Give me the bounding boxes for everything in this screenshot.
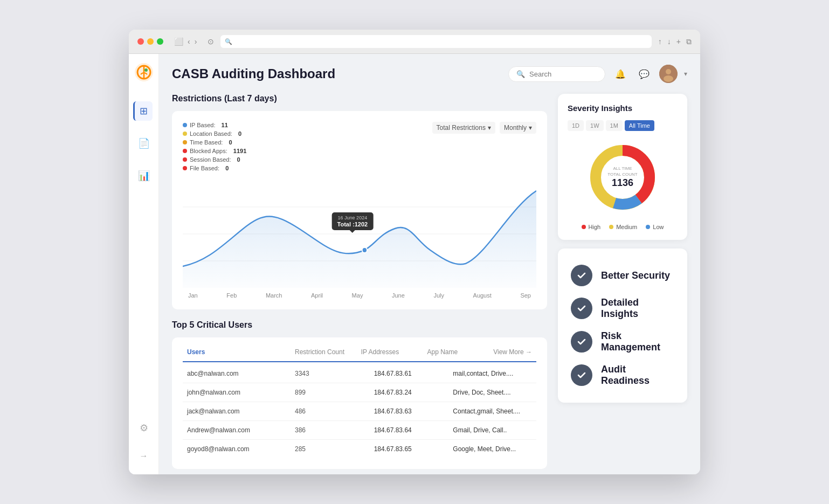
- legend-dot-location: [183, 132, 187, 136]
- x-label-july: July: [433, 292, 444, 299]
- sev-low: Low: [646, 224, 664, 230]
- download-icon[interactable]: ↓: [667, 37, 671, 46]
- close-button[interactable]: [137, 38, 144, 45]
- chart-legend: IP Based: 11 Location Based: 0: [183, 122, 246, 171]
- chart-x-labels: Jan Feb March April May June July August…: [183, 292, 536, 299]
- sev-dot-medium: [609, 225, 613, 229]
- cell-count-0: 3343: [295, 370, 374, 377]
- forward-icon[interactable]: ›: [195, 37, 197, 46]
- x-label-june: June: [392, 292, 405, 299]
- view-more-button[interactable]: View More →: [493, 348, 532, 356]
- tab-1w[interactable]: 1W: [586, 120, 604, 131]
- sidebar-item-analytics[interactable]: 📊: [134, 166, 154, 185]
- main-col: Restrictions (Last 7 days) IP Based: 11: [172, 94, 547, 469]
- sev-label-high: High: [589, 224, 601, 230]
- legend-blocked-label: Blocked Apps:: [190, 148, 231, 154]
- sev-dot-low: [646, 225, 650, 229]
- bell-icon: 🔔: [615, 69, 626, 79]
- minimize-button[interactable]: [147, 38, 154, 45]
- legend-location: Location Based: 0: [183, 130, 246, 137]
- tab-1d[interactable]: 1D: [568, 120, 584, 131]
- analytics-icon: 📊: [138, 170, 150, 182]
- search-input[interactable]: [529, 70, 597, 78]
- x-label-march: March: [266, 292, 282, 299]
- legend-file: File Based: 0: [183, 165, 246, 171]
- legend-dot-session: [183, 157, 187, 162]
- avatar[interactable]: [659, 65, 678, 83]
- monthly-dropdown-icon: ▾: [529, 124, 532, 132]
- reports-icon: 📄: [138, 137, 150, 149]
- cell-user-2: jack@nalwan.com: [187, 408, 295, 415]
- tooltip-value: Total :1202: [337, 221, 368, 227]
- table-row: john@nalwan.com 899 184.67.83.24 Drive, …: [183, 383, 536, 402]
- total-restrictions-control[interactable]: Total Restrictions ▾: [432, 122, 495, 134]
- x-label-august: August: [473, 292, 492, 299]
- cell-apps-3: Gmail, Drive, Call..: [453, 426, 532, 434]
- feature-label-audit: Audit Readiness: [601, 364, 674, 386]
- cell-ip-0: 184.67.83.61: [374, 370, 453, 377]
- browser-actions: ↑ ↓ + ⧉: [658, 37, 692, 46]
- sidebar-item-dashboard[interactable]: ⊞: [133, 101, 153, 121]
- cell-apps-1: Drive, Doc, Sheet....: [453, 389, 532, 396]
- logo[interactable]: [134, 63, 154, 84]
- dashboard-icon: ⊞: [140, 105, 148, 117]
- svg-point-5: [666, 69, 671, 74]
- feature-icon-security: [571, 265, 592, 286]
- cell-ip-4: 184.67.83.65: [374, 445, 453, 453]
- chart-area: 16 June 2024 Total :1202: [183, 180, 536, 288]
- table-header: Users Restriction Count IP Addresses App…: [183, 348, 536, 362]
- legend-session-value: 0: [237, 156, 240, 163]
- address-bar[interactable]: 🔍: [220, 35, 651, 48]
- x-label-sep: Sep: [520, 292, 531, 299]
- sidebar-bottom: ⚙ →: [134, 418, 154, 466]
- sev-label-medium: Medium: [616, 224, 637, 230]
- address-text: 🔍: [225, 38, 232, 45]
- features-card: Better Security Detailed Insights: [558, 248, 687, 403]
- chat-button[interactable]: 💬: [635, 65, 653, 82]
- cell-user-1: john@nalwan.com: [187, 389, 295, 396]
- severity-title: Severity Insights: [568, 103, 678, 113]
- sidebar-item-logout[interactable]: →: [134, 446, 154, 466]
- notification-bell-button[interactable]: 🔔: [612, 65, 629, 82]
- upload-icon[interactable]: ↑: [658, 37, 662, 46]
- back-icon[interactable]: ‹: [188, 37, 190, 46]
- copy-icon[interactable]: ⧉: [686, 37, 692, 46]
- traffic-lights: [137, 38, 163, 45]
- content-with-panel: Restrictions (Last 7 days) IP Based: 11: [172, 94, 687, 469]
- critical-users-section: Top 5 Critical Users Users Restriction C…: [172, 320, 547, 469]
- svg-point-6: [664, 75, 673, 82]
- legend-time: Time Based: 0: [183, 139, 246, 146]
- restrictions-section: Restrictions (Last 7 days) IP Based: 11: [172, 94, 547, 309]
- feature-detailed-insights: Detailed Insights: [571, 292, 674, 325]
- table-row: goyod8@nalwan.com 285 184.67.83.65 Googl…: [183, 440, 536, 458]
- cell-ip-1: 184.67.83.24: [374, 389, 453, 396]
- feature-label-insights: Detailed Insights: [601, 297, 674, 320]
- feature-label-security: Better Security: [601, 270, 670, 281]
- total-restrictions-label: Total Restrictions: [437, 124, 486, 132]
- donut-label: ALL TIMETOTAL COUNT: [607, 165, 637, 177]
- header-right: 🔍 🔔 💬: [508, 65, 687, 83]
- legend-time-value: 0: [229, 139, 232, 146]
- sidebar-item-reports[interactable]: 📄: [134, 134, 154, 153]
- user-dropdown-icon[interactable]: ▾: [684, 70, 687, 78]
- line-chart: [183, 180, 536, 288]
- tab-1m[interactable]: 1M: [606, 120, 623, 131]
- legend-ip-label: IP Based:: [190, 122, 219, 128]
- table-row: Andrew@nalwan.com 386 184.67.83.64 Gmail…: [183, 421, 536, 440]
- cell-apps-0: mail,contact, Drive....: [453, 370, 532, 377]
- feature-audit-readiness: Audit Readiness: [571, 358, 674, 392]
- legend-location-label: Location Based:: [190, 130, 236, 137]
- x-label-april: April: [311, 292, 323, 299]
- legend-file-value: 0: [225, 165, 229, 171]
- svg-point-3: [144, 68, 148, 72]
- legend-dot-ip: [183, 123, 187, 127]
- new-tab-icon[interactable]: +: [676, 37, 681, 46]
- search-box[interactable]: 🔍: [508, 66, 605, 82]
- col-ip: IP Addresses: [361, 348, 427, 356]
- maximize-button[interactable]: [157, 38, 163, 45]
- sidebar-item-settings[interactable]: ⚙: [134, 418, 154, 438]
- tab-alltime[interactable]: All Time: [625, 120, 654, 131]
- monthly-control[interactable]: Monthly ▾: [500, 122, 536, 134]
- monthly-label: Monthly: [504, 124, 527, 132]
- chat-icon: 💬: [639, 69, 650, 79]
